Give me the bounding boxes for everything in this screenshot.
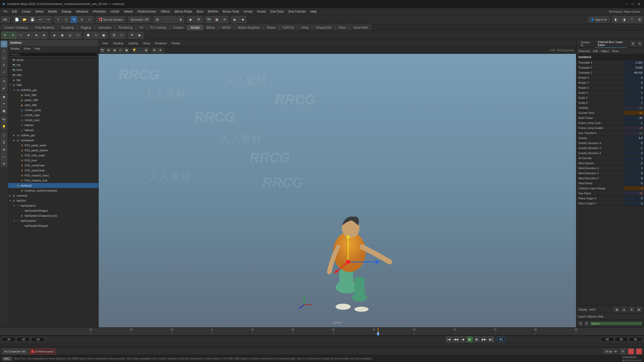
tab-poly[interactable]: Poly Modeling [32,25,57,30]
outliner-item-C2C_handChain[interactable]: ⚙C2C_handChain [8,168,98,173]
lasso-tool-left-btn[interactable]: ⬡ [1,55,7,61]
outliner-arrow-clothSim_grp[interactable]: ▼ [13,89,16,91]
viewport-canvas[interactable]: RRCG 人人素材 RRCG 人人素材 RRCG 人人素材 RRCG 人人素材 … [99,54,576,327]
shelf-btn-3[interactable]: ⊹ [17,32,24,39]
shelf-btn-10[interactable]: ⬡ [74,32,81,39]
vp-shading-btn[interactable]: ◑ [112,48,117,53]
timeline-ruler[interactable]: -30-20-100102030405060708090 [0,328,644,336]
tab-turtle[interactable]: TURTLE [279,25,297,30]
channel-row-3[interactable]: Rotate X0 [576,75,644,80]
options-menu[interactable]: Options [587,315,597,318]
symmetry-btn[interactable]: Symmetry: Off [128,17,150,23]
tab-custom[interactable]: Custom [170,25,187,30]
close-button[interactable]: ✕ [636,2,641,7]
fps-select[interactable]: 24 fps 30 fps 60 fps [603,349,618,354]
channel-value-17[interactable]: -1 [624,146,644,150]
outliner-item-knot_SIM[interactable]: ◆knot_SIM [8,93,98,98]
shelf-btn-7[interactable]: ◈ [51,32,58,39]
channel-value-21[interactable]: 1 [624,166,644,170]
play-btn[interactable]: ▶ [231,16,238,23]
misc-btn-5[interactable]: ⊛ [1,160,7,167]
channel-row-23[interactable]: Wind Direction Z0 [576,176,644,181]
loop-btn[interactable]: ↻ [620,348,626,354]
anim-layer-btn[interactable]: im:AnimLayer1 [29,348,56,354]
tl-play-btn[interactable]: ▶ [467,336,473,342]
tab-vray[interactable]: VRay [298,25,312,30]
outliner-item-P2S_chain01_lock[interactable]: ⚙P2S_chain01_lock [8,178,98,183]
open-file-btn[interactable]: 📂 [21,16,28,23]
cb-object-menu[interactable]: Object [601,50,609,53]
channel-row-28[interactable]: Plane Origin Y0 [576,201,644,206]
outliner-item-P2S_chain01_lock1[interactable]: ⚙P2S_chain01_lock1 [8,173,98,178]
mel-button[interactable]: MEL [2,357,12,361]
move-tool-left-btn[interactable]: ✛ [1,41,7,47]
vp-mode-btn[interactable]: ⊞ [106,48,111,53]
vp-menu-view[interactable]: View [100,41,110,45]
move-tool-btn[interactable]: ✛ [70,16,77,23]
channel-value-14[interactable]: on [624,131,644,135]
playback-speed-btn[interactable]: ! [628,348,634,354]
tl-next-frame-btn[interactable]: ▶ [474,336,480,342]
outliner-item-follicle1[interactable]: ⬡follicle1 [8,123,98,128]
shelf-btn-14[interactable]: ⦿ [110,32,117,39]
shelf-btn-1[interactable]: ☀ [2,32,9,39]
outliner-item-SIM[interactable]: ▼⊞SIM [8,82,98,87]
channel-row-18[interactable]: Gravity Direction Z0 [576,151,644,156]
menu-fx[interactable]: FX [2,9,9,14]
shelf-btn-13[interactable]: ▣ [100,32,107,39]
outliner-item-nCloth_knot[interactable]: ◎nCloth_knot [8,118,98,123]
channel-row-1[interactable]: Translate Y8.038 [576,65,644,70]
scale-tool-btn[interactable]: ⤢ [86,16,93,23]
outliner-arrow-constraints[interactable]: ▶ [13,139,16,142]
vp-tex-btn[interactable]: ▣ [124,48,129,53]
shelf-btn-9[interactable]: ◎ [66,32,73,39]
timeline-range-start-input[interactable] [17,337,30,342]
vp-menu-shading[interactable]: Shading [111,41,125,45]
outliner-item-hairSim[interactable]: ▼⊞hairSim [8,198,98,203]
misc-btn-4[interactable]: ▷ [1,153,7,160]
channel-value-26[interactable]: off [624,191,644,195]
panel-top-btn[interactable]: ⊤ [628,16,635,23]
lasso-tool-btn[interactable]: ⬡ [63,16,70,23]
channel-row-8[interactable]: Scale Z1 [576,100,644,105]
tab-shave[interactable]: Shave [264,25,279,30]
snap-view-btn[interactable]: ⊕ [177,16,184,23]
channel-value-10[interactable]: 41 [624,111,644,115]
menu-ncloth[interactable]: nCloth [109,9,122,14]
undo-btn[interactable]: ↩ [37,16,44,23]
outliner-item-clothSim_grp[interactable]: ▼⊞clothSim_grp [8,87,98,93]
outliner-item-P2S_knot[interactable]: ⚙P2S_knot [8,158,98,163]
tab-motiongfx[interactable]: Motion Graphics [234,25,263,30]
menu-edit[interactable]: Edit [10,9,19,14]
outliner-item-top[interactable]: 📷top [8,62,98,67]
outliner-item-C2C_neckChain[interactable]: ⚙C2C_neckChain [8,163,98,168]
channel-value-0[interactable]: -1.024 [624,61,644,65]
rotate-tool-left-btn[interactable]: ↻ [1,62,7,68]
channel-row-11[interactable]: Start Frame-30 [576,115,644,120]
save-file-btn[interactable]: 💾 [29,16,36,23]
shelf-btn-16[interactable]: 👁 [129,32,136,39]
channel-row-0[interactable]: Translate X-1.024 [576,60,644,65]
timeline-range-end2-input[interactable] [629,337,642,342]
channel-value-3[interactable]: 0 [624,76,644,80]
outliner-item-constraints[interactable]: ▶⊞constraints [8,138,98,143]
camera-left-btn[interactable]: 📷 [1,116,7,123]
new-file-btn[interactable]: 📄 [13,16,20,23]
soft-select-btn[interactable]: ◎ [1,78,7,84]
cb-edit-menu[interactable]: Edit [593,50,598,53]
panel-settings-btn[interactable]: ⚙ [631,41,635,47]
outliner-arrow-collider_grp[interactable]: ▶ [13,134,16,137]
channel-row-22[interactable]: Wind Direction Y0 [576,171,644,176]
outliner-item-nCloth_pants[interactable]: ◎nCloth_pants [8,108,98,113]
tab-arnold[interactable]: Arnold [187,25,203,30]
panel-full-btn[interactable]: ⊞ [636,16,643,23]
misc-btn-3[interactable]: ⊞ [1,146,7,153]
tl-next-key-btn[interactable]: ▶▶ [481,336,487,342]
minimize-button[interactable]: ─ [624,2,629,7]
render-btn[interactable]: ▶ [187,16,194,23]
channel-row-26[interactable]: Use Planeoff [576,191,644,196]
vp-menu-lighting[interactable]: Lighting [126,41,140,45]
channel-row-19[interactable]: Air Density1 [576,156,644,161]
outliner-item-nucleus1_pointConstraint1[interactable]: ⚙nucleus1_pointConstraint1 [8,188,98,193]
outliner-arrow-hairSystem2[interactable]: ▼ [13,219,16,222]
